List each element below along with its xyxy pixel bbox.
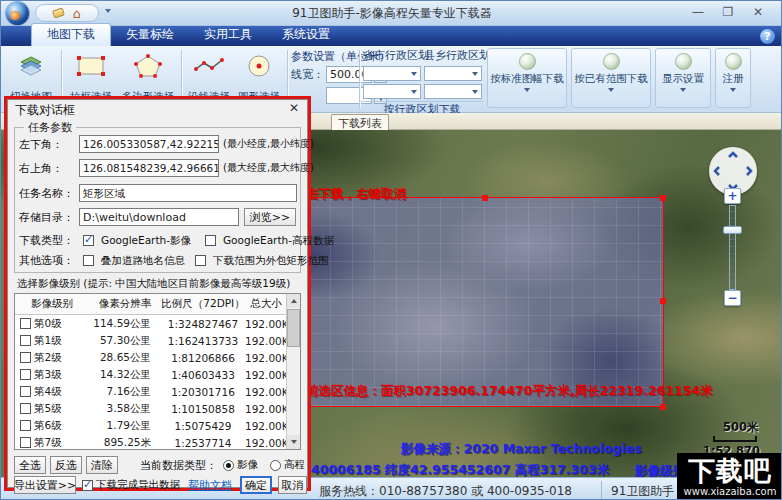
table-row[interactable]: 第6级 1.79公里 1:5075429 192.00K bbox=[15, 417, 300, 434]
scroll-up-icon[interactable] bbox=[287, 294, 300, 308]
selection-handle[interactable] bbox=[660, 298, 666, 304]
existing-range-download-button[interactable]: 按已有范围下载 bbox=[571, 48, 651, 108]
level-checkbox[interactable] bbox=[20, 369, 31, 380]
clear-button[interactable]: 清除 bbox=[86, 456, 118, 474]
line-width-label: 线宽： bbox=[291, 67, 324, 82]
standard-sheet-download-button[interactable]: 按标准图幅下载 bbox=[487, 48, 567, 108]
cancel-button[interactable]: 取消 bbox=[278, 476, 308, 494]
titlebar: ⌂ 91卫图助手-影像高程矢量专业下载器 — ❐ ✕ bbox=[1, 1, 782, 26]
tab-utilities[interactable]: 实用工具 bbox=[189, 24, 267, 46]
level-table-body: 第0级 114.59公里 1:324827467 192.00K 第1级 57.… bbox=[15, 315, 300, 450]
level-checkbox[interactable] bbox=[20, 318, 31, 329]
zoom-slider-track[interactable] bbox=[729, 205, 736, 290]
export-after-download-checkbox[interactable] bbox=[82, 480, 93, 491]
zoom-slider-handle[interactable] bbox=[723, 226, 742, 234]
browse-button[interactable]: 浏览>> bbox=[244, 208, 296, 226]
table-row[interactable]: 第0级 114.59公里 1:324827467 192.00K bbox=[15, 315, 300, 332]
scale-bar-label: 500米 bbox=[723, 420, 759, 435]
task-name-row: 任务名称： 矩形区域 bbox=[19, 184, 297, 202]
upper-right-input[interactable]: 126.081548239,42.966610596 bbox=[79, 159, 219, 177]
level-checkbox[interactable] bbox=[20, 420, 31, 431]
ok-button[interactable]: 确定 bbox=[240, 476, 272, 494]
province-select-1[interactable] bbox=[363, 66, 421, 81]
storage-dir-select[interactable]: D:\weitu\download bbox=[79, 208, 239, 226]
table-scrollbar[interactable] bbox=[286, 294, 300, 449]
download-type-row: 下载类型： GoogleEarth-影像 GoogleEarth-高程数据 bbox=[19, 233, 334, 248]
export-settings-button[interactable]: 导出设置>> bbox=[14, 476, 76, 494]
circle-select-icon bbox=[246, 53, 272, 82]
dialog-title: 下载对话框 bbox=[15, 102, 75, 119]
tab-map-download[interactable]: 地图下载 bbox=[31, 23, 111, 46]
watermark-site: www.xiazaiba.com bbox=[684, 486, 777, 498]
imagery-source-text: 影像来源：2020 Maxar Technologies bbox=[401, 441, 642, 458]
close-button[interactable]: ✕ bbox=[745, 3, 771, 21]
type-image-checkbox[interactable] bbox=[83, 235, 94, 246]
statusbar-app-name: 91卫图助手 bbox=[611, 483, 674, 500]
level-checkbox[interactable] bbox=[20, 386, 31, 397]
display-settings-button[interactable]: 显示设置 bbox=[655, 48, 711, 108]
data-type-label: 当前数据类型： bbox=[140, 458, 217, 473]
province-label: 省市行政区划 bbox=[363, 48, 421, 63]
lower-left-row: 左下角： 126.005330587,42.922150300 (最小经度,最小… bbox=[19, 135, 314, 153]
scrollbar-thumb[interactable] bbox=[287, 309, 300, 347]
select-all-button[interactable]: 全选 bbox=[14, 456, 46, 474]
map-hint-text: 击下载，右键取消 bbox=[306, 186, 406, 203]
scroll-down-icon[interactable] bbox=[287, 435, 300, 449]
table-row[interactable]: 第2级 28.65公里 1:81206866 192.00K bbox=[15, 349, 300, 366]
selection-info-text: 前选区信息：面积30723906.174470平方米,周长22319.26115… bbox=[306, 383, 713, 400]
divider bbox=[601, 481, 602, 499]
table-row[interactable]: 第7级 895.25米 1:2537714 192.00K bbox=[15, 434, 300, 450]
rect-select-icon bbox=[74, 53, 108, 82]
help-icon[interactable]: ? bbox=[760, 29, 775, 44]
globe-icon bbox=[725, 53, 742, 70]
minimize-button[interactable]: — bbox=[685, 3, 711, 21]
level-checkbox[interactable] bbox=[20, 403, 31, 414]
task-params-legend: 任务参数 bbox=[24, 120, 76, 135]
globe-icon bbox=[519, 53, 536, 70]
overlay-roads-checkbox[interactable] bbox=[83, 255, 94, 266]
county-select-2[interactable] bbox=[424, 84, 482, 99]
tab-download-list[interactable]: 下载列表 bbox=[331, 114, 389, 130]
radio-imagery[interactable] bbox=[223, 460, 234, 471]
divider bbox=[359, 50, 360, 108]
radio-dem[interactable] bbox=[270, 460, 281, 471]
other-options-row: 其他选项： 叠加道路地名信息 下载范围为外包矩形范围 bbox=[19, 253, 329, 268]
task-name-input[interactable]: 矩形区域 bbox=[79, 184, 297, 202]
level-checkbox[interactable] bbox=[20, 352, 31, 363]
tab-vector-plot[interactable]: 矢量标绘 bbox=[111, 24, 189, 46]
level-checkbox[interactable] bbox=[20, 335, 31, 346]
watermark-name: 下载吧 bbox=[688, 456, 772, 486]
globe-icon bbox=[603, 53, 620, 70]
table-row[interactable]: 第5级 3.58公里 1:10150858 192.00K bbox=[15, 400, 300, 417]
type-dem-checkbox[interactable] bbox=[205, 235, 216, 246]
globe-icon bbox=[675, 53, 692, 70]
help-doc-link[interactable]: 帮助文档 bbox=[188, 478, 232, 493]
table-row[interactable]: 第1级 57.30公里 1:162413733 192.00K bbox=[15, 332, 300, 349]
upper-right-row: 右上角： 126.081548239,42.966610596 (最大经度,最大… bbox=[19, 159, 314, 177]
lower-left-input[interactable]: 126.005330587,42.922150300 bbox=[79, 135, 219, 153]
selection-handle[interactable] bbox=[660, 195, 666, 201]
line-select-icon bbox=[192, 53, 226, 82]
register-button[interactable]: 注册 bbox=[715, 48, 751, 108]
county-select-1[interactable] bbox=[424, 66, 482, 81]
table-row[interactable]: 第4级 7.16公里 1:20301716 192.00K bbox=[15, 383, 300, 400]
level-table: 影像级别 像素分辨率 比例尺（72DPI） 总大小 第0级 114.59公里 1… bbox=[14, 293, 301, 450]
tab-system-settings[interactable]: 系统设置 bbox=[267, 24, 345, 46]
level-checkbox[interactable] bbox=[20, 437, 31, 448]
province-select-2[interactable] bbox=[363, 84, 421, 99]
selection-handle[interactable] bbox=[660, 404, 666, 410]
invert-select-button[interactable]: 反选 bbox=[50, 456, 82, 474]
ribbon-tab-row: 地图下载 矢量标绘 实用工具 系统设置 ? bbox=[1, 26, 782, 46]
selection-buttons-row: 全选 反选 清除 当前数据类型： 影像 高程 bbox=[14, 456, 307, 474]
admin-division-group: 省市行政区划 县乡行政区划 按行政区划下载 bbox=[361, 46, 483, 113]
selection-handle[interactable] bbox=[482, 195, 488, 201]
county-column: 县乡行政区划 bbox=[424, 48, 482, 99]
bbox-range-checkbox[interactable] bbox=[195, 255, 206, 266]
cursor-coordinates-text: 40006185 纬度42.955452607 高程317.303米 bbox=[311, 462, 609, 477]
storage-dir-row: 存储目录： D:\weitu\download 浏览>> bbox=[19, 208, 296, 226]
table-row[interactable]: 第3级 14.32公里 1:40603433 192.00K bbox=[15, 366, 300, 383]
zoom-out-button[interactable]: − bbox=[724, 290, 741, 306]
maximize-button[interactable]: ❐ bbox=[715, 3, 741, 21]
zoom-in-button[interactable]: + bbox=[724, 188, 741, 204]
dialog-close-icon[interactable]: ✕ bbox=[289, 101, 299, 115]
